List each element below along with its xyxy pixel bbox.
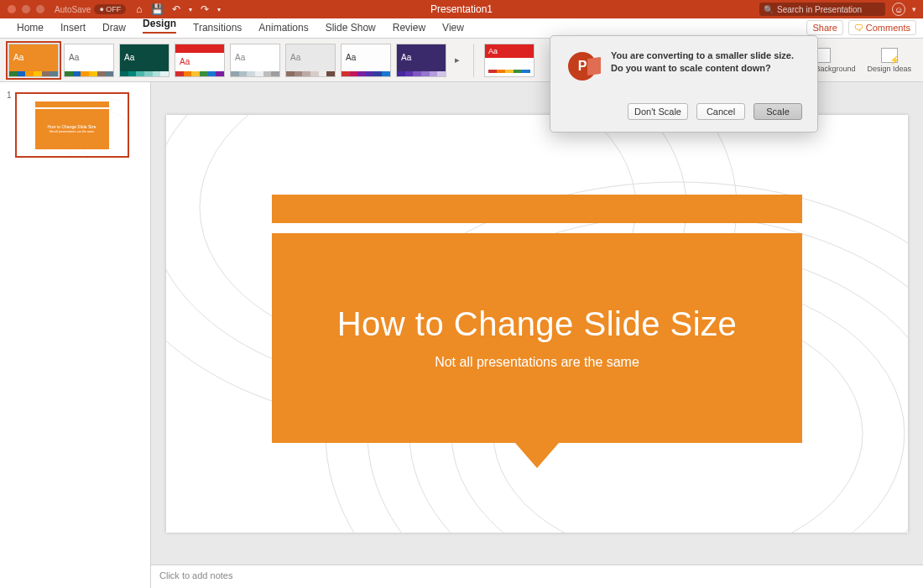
more-themes-button[interactable]: ▸ <box>451 55 463 65</box>
powerpoint-app-icon: P <box>566 49 599 83</box>
tab-design[interactable]: Design <box>134 14 185 38</box>
tab-home[interactable]: Home <box>8 18 52 38</box>
undo-icon[interactable]: ↶ <box>172 3 180 15</box>
design-ideas-label: Design Ideas <box>867 65 911 73</box>
theme-thumb-7[interactable]: Aa <box>341 44 391 77</box>
theme-thumb-8[interactable]: Aa <box>396 44 446 77</box>
theme-label: Aa <box>286 44 335 71</box>
account-icon[interactable]: ☺ <box>892 3 905 16</box>
theme-label: Aa <box>9 44 58 71</box>
tab-transitions[interactable]: Transitions <box>185 18 250 38</box>
tab-view[interactable]: View <box>434 18 472 38</box>
slide-thumbnail-panel: 1 How to Change Slide Size Not all prese… <box>0 82 151 588</box>
quick-access-toolbar: ⌂ 💾 ↶ ▾ ↷ ▾ <box>136 3 220 15</box>
dont-scale-button[interactable]: Don't Scale <box>628 103 688 120</box>
slide-accent-bar <box>272 195 802 223</box>
theme-thumb-5[interactable]: Aa <box>230 44 280 77</box>
save-icon[interactable]: 💾 <box>151 3 164 15</box>
comments-button[interactable]: 🗨 Comments <box>848 20 916 35</box>
workspace: 1 How to Change Slide Size Not all prese… <box>0 82 923 588</box>
theme-label: Aa <box>397 44 446 71</box>
slide-callout-pointer <box>515 443 559 468</box>
theme-label: Aa <box>485 44 534 58</box>
tab-review[interactable]: Review <box>384 18 434 38</box>
theme-thumb-2[interactable]: Aa <box>64 44 114 77</box>
slide-number: 1 <box>7 91 12 158</box>
theme-label: Aa <box>65 44 113 71</box>
slide-thumbnail-1[interactable]: How to Change Slide Size Not all present… <box>15 92 129 158</box>
search-icon: 🔍 <box>764 5 774 14</box>
design-ideas-icon <box>881 48 898 63</box>
share-button[interactable]: Share <box>806 20 842 35</box>
slide-editor: How to Change Slide Size Not all present… <box>151 82 923 588</box>
theme-thumb-3[interactable]: Aa <box>119 44 169 77</box>
thumbnail-subtitle: Not all presentations are the same <box>50 130 94 133</box>
slide-canvas[interactable]: How to Change Slide Size Not all present… <box>166 115 908 533</box>
redo-icon[interactable]: ↷ <box>201 3 209 15</box>
slide-subtitle: Not all presentations are the same <box>435 355 639 370</box>
theme-thumb-1[interactable]: Aa <box>8 44 59 77</box>
autosave-state: ● OFF <box>94 4 126 14</box>
dialog-message: You are converting to a smaller slide si… <box>611 49 802 83</box>
zoom-window-icon[interactable] <box>36 5 44 13</box>
autosave-toggle[interactable]: AutoSave ● OFF <box>55 4 126 14</box>
tab-slide-show[interactable]: Slide Show <box>317 18 384 38</box>
qat-customize-icon[interactable]: ▾ <box>217 6 221 13</box>
theme-label: Aa <box>120 44 169 71</box>
notes-pane[interactable]: Click to add notes <box>151 565 923 588</box>
cancel-button[interactable]: Cancel <box>696 103 745 120</box>
minimize-window-icon[interactable] <box>22 5 30 13</box>
theme-thumb-6[interactable]: Aa <box>285 44 336 77</box>
tab-animations[interactable]: Animations <box>250 18 316 38</box>
thumbnail-accent-bar <box>35 101 109 107</box>
tab-draw[interactable]: Draw <box>94 18 134 38</box>
account-dropdown-icon[interactable]: ▾ <box>912 5 916 13</box>
slide-title-block[interactable]: How to Change Slide Size Not all present… <box>272 233 802 443</box>
design-ideas-button[interactable]: Design Ideas <box>867 48 911 73</box>
comments-icon: 🗨 <box>854 23 863 33</box>
window-controls <box>8 5 44 13</box>
theme-label: Aa <box>231 44 279 71</box>
autosave-label: AutoSave <box>55 5 91 14</box>
notes-placeholder: Click to add notes <box>159 570 232 580</box>
scale-button[interactable]: Scale <box>754 103 802 120</box>
document-title: Presentation1 <box>430 3 493 15</box>
scale-content-dialog: P You are converting to a smaller slide … <box>550 35 818 133</box>
slide-title: How to Change Slide Size <box>337 305 738 343</box>
search-placeholder: Search in Presentation <box>777 5 862 14</box>
thumbnail-content-block: How to Change Slide Size Not all present… <box>35 109 109 149</box>
home-icon[interactable]: ⌂ <box>136 3 142 15</box>
theme-thumb-4[interactable]: Aa <box>175 44 225 77</box>
canvas-area[interactable]: How to Change Slide Size Not all present… <box>151 82 923 565</box>
undo-dropdown-icon[interactable]: ▾ <box>189 6 192 13</box>
theme-label: Aa <box>342 44 390 71</box>
variant-thumb-1[interactable]: Aa <box>484 44 535 77</box>
theme-label: Aa <box>175 44 224 71</box>
search-input[interactable]: 🔍 Search in Presentation <box>759 3 885 16</box>
ribbon-separator <box>473 44 474 77</box>
tab-insert[interactable]: Insert <box>52 18 94 38</box>
close-window-icon[interactable] <box>8 5 16 13</box>
comments-label: Comments <box>866 23 910 33</box>
thumbnail-title: How to Change Slide Size <box>48 124 96 129</box>
